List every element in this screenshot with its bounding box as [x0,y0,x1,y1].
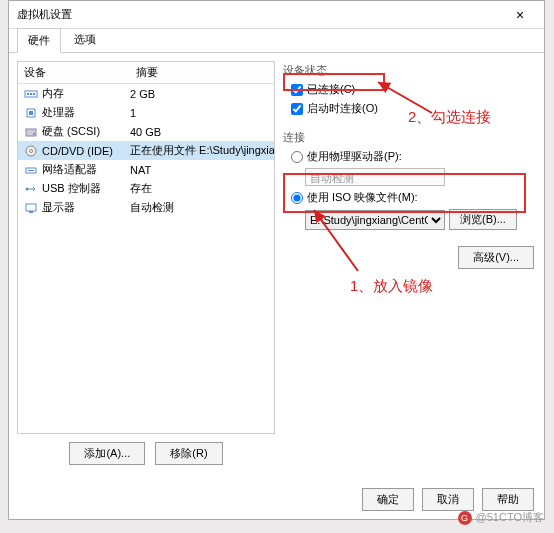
table-row[interactable]: 处理器 1 [18,103,274,122]
device-name: USB 控制器 [40,181,130,196]
device-name: 显示器 [40,200,130,215]
use-iso-radio[interactable]: 使用 ISO 映像文件(M): [291,190,536,205]
device-value: 1 [130,107,274,119]
svg-point-9 [30,149,33,152]
svg-point-7 [33,133,35,135]
use-iso-input[interactable] [291,192,303,204]
connect-at-power-label: 启动时连接(O) [307,101,378,116]
annotation-arrow-2 [308,206,368,276]
tab-strip: 硬件 选项 [9,29,544,53]
advanced-button[interactable]: 高级(V)... [458,246,534,269]
col-device: 设备 [18,62,130,83]
settings-window: 虚拟机设置 × 硬件 选项 设备 摘要 内存 2 GB 处理器 1 [8,0,545,520]
watermark-icon: G [458,511,472,525]
use-physical-input[interactable] [291,151,303,163]
usb-icon [22,182,40,196]
connected-label: 已连接(C) [307,82,355,97]
table-row[interactable]: 内存 2 GB [18,84,274,103]
dialog-footer: 确定 取消 帮助 [362,488,534,511]
table-row[interactable]: 显示器 自动检测 [18,198,274,217]
close-icon[interactable]: × [504,7,536,23]
device-value: 正在使用文件 E:\Study\jingxian... [130,143,274,158]
device-name: CD/DVD (IDE) [40,145,130,157]
connection-group-title: 连接 [283,130,536,145]
device-value: NAT [130,164,274,176]
col-summary: 摘要 [130,62,274,83]
table-row[interactable]: CD/DVD (IDE) 正在使用文件 E:\Study\jingxian... [18,141,274,160]
device-name: 内存 [40,86,130,101]
annotation-arrow-1 [372,78,442,118]
svg-rect-1 [27,93,29,95]
browse-button[interactable]: 浏览(B)... [449,209,517,230]
device-value: 存在 [130,181,274,196]
tab-options[interactable]: 选项 [63,27,107,52]
svg-line-16 [314,210,358,271]
table-row[interactable]: USB 控制器 存在 [18,179,274,198]
use-physical-radio[interactable]: 使用物理驱动器(P): [291,149,536,164]
status-group-title: 设备状态 [283,63,536,78]
watermark: G @51CTO博客 [458,510,544,525]
table-row[interactable]: 网络适配器 NAT [18,160,274,179]
svg-rect-14 [29,211,33,213]
physical-select-wrap: 自动检测 [305,168,536,186]
table-header: 设备 摘要 [18,62,274,84]
disk-icon [22,125,40,139]
titlebar: 虚拟机设置 × [9,1,544,29]
device-value: 40 GB [130,126,274,138]
use-iso-label: 使用 ISO 映像文件(M): [307,190,418,205]
help-button[interactable]: 帮助 [482,488,534,511]
device-name: 处理器 [40,105,130,120]
svg-line-15 [378,82,432,113]
left-pane: 设备 摘要 内存 2 GB 处理器 1 硬盘 (SCSI) 40 GB [17,61,275,473]
cpu-icon [22,106,40,120]
svg-rect-6 [26,129,36,136]
memory-icon [22,87,40,101]
left-buttons: 添加(A)... 移除(R) [17,434,275,473]
watermark-text: @51CTO博客 [476,510,544,525]
svg-rect-3 [33,93,35,95]
device-value: 自动检测 [130,200,274,215]
tab-hardware[interactable]: 硬件 [17,28,61,53]
display-icon [22,201,40,215]
add-button[interactable]: 添加(A)... [69,442,145,465]
device-table: 设备 摘要 内存 2 GB 处理器 1 硬盘 (SCSI) 40 GB [17,61,275,434]
svg-point-12 [26,187,29,190]
connected-input[interactable] [291,84,303,96]
table-row[interactable]: 硬盘 (SCSI) 40 GB [18,122,274,141]
remove-button[interactable]: 移除(R) [155,442,222,465]
device-name: 网络适配器 [40,162,130,177]
network-icon [22,163,40,177]
use-physical-label: 使用物理驱动器(P): [307,149,402,164]
connect-at-power-input[interactable] [291,103,303,115]
ok-button[interactable]: 确定 [362,488,414,511]
svg-rect-5 [29,111,33,115]
device-value: 2 GB [130,88,274,100]
annotation-text-2: 1、放入镜像 [350,277,433,296]
svg-rect-2 [30,93,32,95]
svg-rect-11 [28,170,34,171]
device-name: 硬盘 (SCSI) [40,124,130,139]
svg-rect-13 [26,204,36,211]
cd-icon [22,144,40,158]
window-title: 虚拟机设置 [17,7,504,22]
cancel-button[interactable]: 取消 [422,488,474,511]
physical-select: 自动检测 [305,168,445,186]
